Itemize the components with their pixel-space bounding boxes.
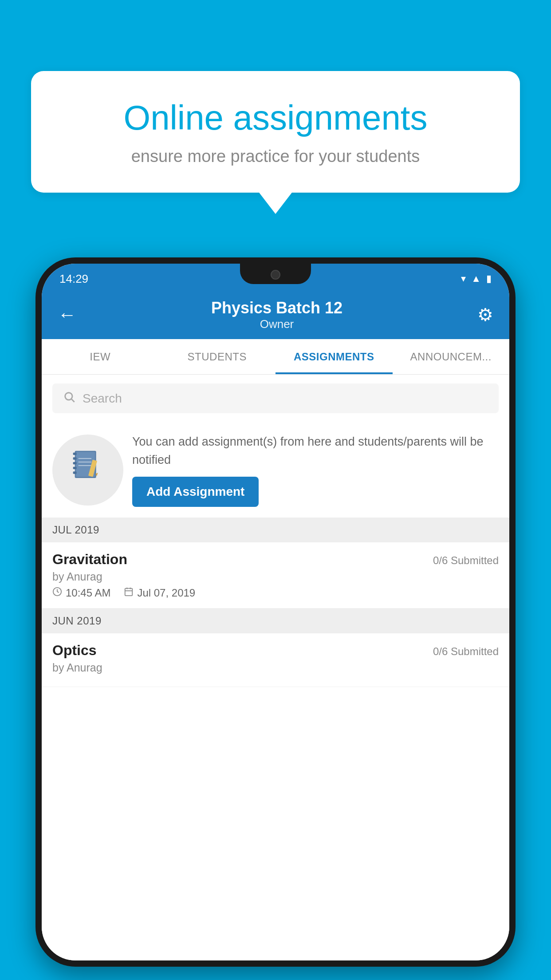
phone-screen: 14:29 ▾ ▲ ▮ ← Physics Batch 12 Owner ⚙ I…: [42, 264, 509, 960]
clock-icon: [52, 587, 62, 599]
app-header: ← Physics Batch 12 Owner ⚙: [42, 290, 509, 339]
search-placeholder: Search: [83, 391, 122, 406]
svg-line-1: [71, 399, 74, 402]
header-title: Physics Batch 12: [211, 299, 342, 317]
section-header-jul: JUL 2019: [42, 518, 509, 542]
signal-icon: ▲: [471, 273, 481, 285]
svg-point-0: [65, 393, 72, 400]
assignment-submitted-optics: 0/6 Submitted: [433, 645, 499, 658]
phone-notch: [240, 264, 311, 284]
camera-icon: [271, 270, 280, 280]
svg-rect-5: [73, 457, 77, 459]
tab-assignments[interactable]: ASSIGNMENTS: [276, 339, 393, 374]
promo-description: You can add assignment(s) from here and …: [132, 433, 499, 469]
battery-icon: ▮: [486, 273, 492, 285]
header-subtitle: Owner: [211, 317, 342, 331]
speech-bubble: Online assignments ensure more practice …: [31, 71, 520, 193]
tab-iew[interactable]: IEW: [42, 339, 159, 374]
assignment-row-top-optics: Optics 0/6 Submitted: [52, 642, 499, 659]
assignment-date: Jul 07, 2019: [124, 587, 195, 599]
header-center: Physics Batch 12 Owner: [211, 299, 342, 331]
assignment-by: by Anurag: [52, 570, 499, 583]
assignment-meta: 10:45 AM Jul 07, 2019: [52, 587, 499, 599]
tabs-bar: IEW STUDENTS ASSIGNMENTS ANNOUNCEM...: [42, 339, 509, 375]
assignment-row-top: Gravitation 0/6 Submitted: [52, 551, 499, 568]
speech-bubble-title: Online assignments: [62, 98, 489, 138]
promo-text-area: You can add assignment(s) from here and …: [132, 433, 499, 507]
back-button[interactable]: ←: [58, 304, 76, 325]
wifi-icon: ▾: [461, 273, 466, 285]
add-assignment-button[interactable]: Add Assignment: [132, 477, 259, 507]
assignment-item-gravitation[interactable]: Gravitation 0/6 Submitted by Anurag 10:4…: [42, 542, 509, 609]
calendar-icon: [124, 587, 134, 599]
assignment-time: 10:45 AM: [52, 587, 110, 599]
svg-rect-7: [73, 467, 77, 469]
search-icon: [63, 391, 75, 406]
tab-announcements[interactable]: ANNOUNCEM...: [393, 339, 510, 374]
status-time: 14:29: [59, 272, 88, 286]
speech-bubble-subtitle: ensure more practice for your students: [62, 147, 489, 166]
assignment-name: Gravitation: [52, 551, 127, 568]
search-bar[interactable]: Search: [52, 383, 499, 413]
assignment-item-optics[interactable]: Optics 0/6 Submitted by Anurag: [42, 633, 509, 687]
svg-rect-15: [125, 589, 133, 596]
promo-icon-circle: [52, 435, 123, 506]
content-area: Search: [42, 375, 509, 960]
tab-students[interactable]: STUDENTS: [159, 339, 276, 374]
phone-frame: 14:29 ▾ ▲ ▮ ← Physics Batch 12 Owner ⚙ I…: [35, 257, 516, 967]
promo-section: You can add assignment(s) from here and …: [42, 422, 509, 518]
settings-button[interactable]: ⚙: [477, 304, 493, 325]
assignment-name-optics: Optics: [52, 642, 97, 659]
notebook-icon: [70, 448, 106, 492]
assignment-submitted: 0/6 Submitted: [433, 554, 499, 567]
assignment-by-optics: by Anurag: [52, 661, 499, 674]
svg-rect-6: [73, 462, 77, 464]
svg-rect-8: [73, 471, 77, 474]
status-icons: ▾ ▲ ▮: [461, 273, 492, 285]
svg-rect-4: [73, 453, 77, 455]
section-header-jun: JUN 2019: [42, 609, 509, 633]
